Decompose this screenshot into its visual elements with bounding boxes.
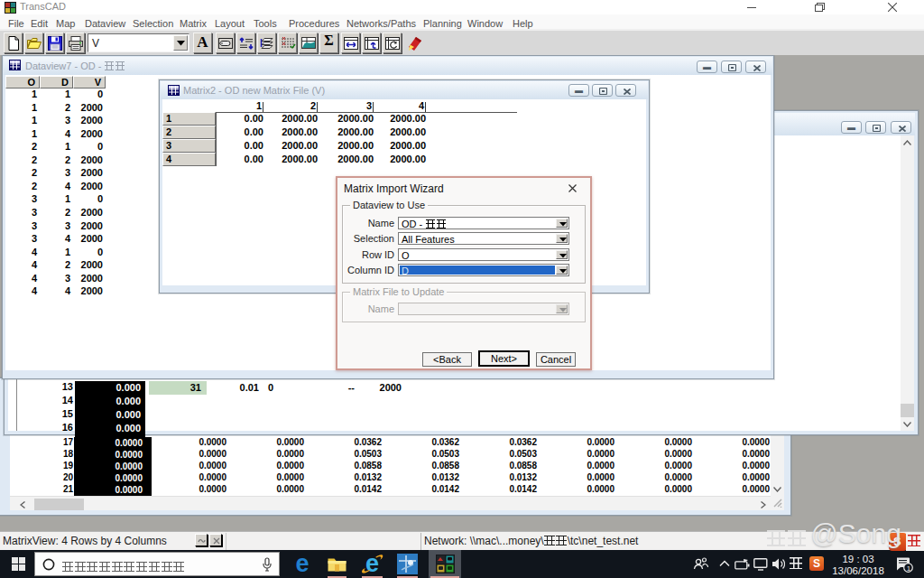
svg-text:1: 1 [907, 564, 911, 573]
